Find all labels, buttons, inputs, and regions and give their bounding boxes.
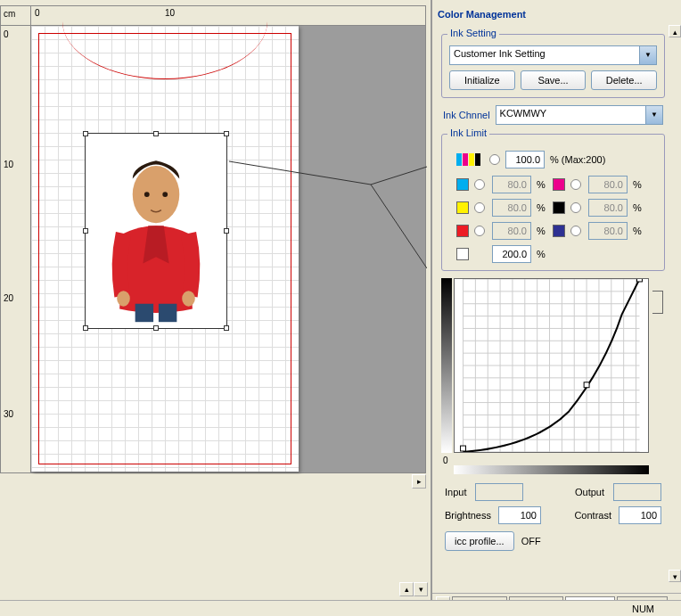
ruler-vertical: 0 10 20 30 [1, 26, 31, 472]
ink-setting-dropdown[interactable]: Customer Ink Setting [449, 45, 657, 65]
pct-label: % [633, 179, 644, 190]
curve-output-value[interactable] [613, 483, 661, 501]
svg-rect-4 [135, 304, 153, 322]
svg-point-1 [133, 166, 180, 223]
placed-image[interactable] [91, 139, 221, 323]
resize-handle[interactable] [224, 131, 229, 136]
red-input[interactable] [492, 222, 531, 240]
magenta-radio[interactable] [570, 179, 581, 190]
brightness-input[interactable] [498, 506, 541, 524]
curve-x-gradient [454, 465, 649, 474]
status-num: NUM [632, 604, 654, 614]
input-label: Input [445, 487, 466, 497]
red-swatch [456, 225, 469, 237]
ink-limit-group: Ink Limit % (Max:200) % % [441, 134, 665, 271]
cyan-radio[interactable] [474, 179, 485, 190]
scroll-down-icon[interactable]: ▾ [414, 582, 428, 596]
svg-point-7 [182, 291, 195, 307]
ink-channel-dropdown[interactable]: KCWMWY [496, 105, 663, 125]
ruler-tick: 20 [4, 293, 13, 303]
curve-input-value[interactable] [475, 483, 523, 501]
resize-handle[interactable] [153, 131, 159, 136]
page[interactable] [31, 26, 299, 472]
pct-label: % [537, 226, 547, 236]
pct-label: % [633, 226, 644, 236]
color-management-panel: Color Management ▴ ▾ Ink Setting Custome… [431, 0, 681, 616]
scroll-up-icon[interactable]: ▴ [399, 582, 414, 596]
ruler-unit: cm [1, 6, 31, 26]
contrast-label: Contrast [574, 510, 611, 521]
yellow-radio[interactable] [474, 202, 485, 213]
svg-point-6 [117, 291, 130, 307]
icc-status: OFF [521, 536, 541, 546]
black-swatch [553, 201, 565, 214]
ruler-tick: 30 [4, 409, 13, 419]
ink-channel-label: Ink Chnnel [443, 110, 490, 120]
scroll-up-icon[interactable]: ▴ [669, 25, 681, 37]
white-swatch [456, 248, 469, 260]
pct-label: % [537, 249, 546, 259]
svg-line-10 [371, 185, 427, 268]
total-limit-radio[interactable] [489, 154, 500, 165]
resize-handle[interactable] [83, 228, 88, 234]
svg-point-3 [162, 192, 168, 197]
yellow-input[interactable] [492, 199, 531, 217]
magenta-input[interactable] [588, 176, 628, 193]
ruler-tick: 0 [35, 8, 40, 18]
svg-rect-41 [461, 446, 466, 451]
resize-handle[interactable] [83, 131, 88, 136]
status-bar: NUM [0, 600, 681, 616]
cyan-swatch [456, 178, 469, 191]
cmyk-icon [456, 153, 480, 166]
tone-curve[interactable]: 0 [441, 278, 665, 464]
scroll-right-icon[interactable]: ▸ [412, 474, 426, 489]
curve-y-gradient [441, 278, 452, 453]
panel-scrollbar[interactable]: ▴ ▾ [669, 25, 681, 582]
curve-plot[interactable] [454, 278, 649, 453]
black-input[interactable] [588, 199, 628, 217]
scroll-down-icon[interactable]: ▾ [669, 570, 681, 582]
curve-bracket-icon[interactable] [652, 291, 663, 314]
pct-label: % [537, 202, 547, 213]
ruler-tick: 0 [4, 29, 9, 39]
svg-rect-43 [637, 279, 643, 282]
image-frame[interactable] [85, 133, 227, 329]
icc-profile-button[interactable]: icc profile... [445, 531, 514, 551]
pct-label: % [633, 202, 644, 213]
ink-setting-legend: Ink Setting [447, 28, 499, 38]
curve-zero-label: 0 [443, 456, 448, 465]
contrast-input[interactable] [619, 506, 661, 524]
blue-radio[interactable] [570, 226, 581, 236]
ink-limit-legend: Ink Limit [447, 127, 489, 138]
resize-handle[interactable] [83, 325, 88, 331]
blue-swatch [553, 225, 565, 237]
canvas-area[interactable]: cm 0 10 0 10 20 30 [0, 5, 426, 473]
svg-rect-42 [584, 382, 589, 388]
svg-line-9 [371, 167, 427, 185]
svg-point-2 [144, 192, 150, 197]
total-limit-input[interactable] [505, 151, 545, 168]
resize-handle[interactable] [224, 228, 229, 234]
white-input[interactable] [492, 245, 531, 263]
panel-title: Color Management [438, 9, 526, 20]
pct-label: % [537, 179, 547, 190]
canvas-vertical-scroll-buttons[interactable]: ▴ ▾ [255, 582, 428, 596]
delete-button[interactable]: Delete... [591, 70, 657, 90]
output-label: Output [575, 487, 604, 497]
black-radio[interactable] [570, 202, 581, 213]
initialize-button[interactable]: Initialize [449, 70, 515, 90]
brightness-label: Brightness [445, 510, 491, 521]
resize-handle[interactable] [224, 325, 229, 331]
save-button[interactable]: Save... [521, 70, 587, 90]
resize-handle[interactable] [153, 325, 159, 331]
ink-setting-group: Ink Setting Customer Ink Setting Initial… [441, 34, 665, 98]
svg-rect-5 [159, 304, 176, 322]
magenta-swatch [553, 178, 565, 191]
horizontal-scrollbar[interactable]: ▸ [0, 474, 426, 489]
blue-input[interactable] [588, 222, 628, 240]
cyan-input[interactable] [492, 176, 531, 193]
total-limit-suffix: % (Max:200) [550, 154, 605, 165]
red-radio[interactable] [474, 226, 485, 236]
ruler-tick: 10 [4, 160, 13, 169]
yellow-swatch [456, 201, 469, 214]
